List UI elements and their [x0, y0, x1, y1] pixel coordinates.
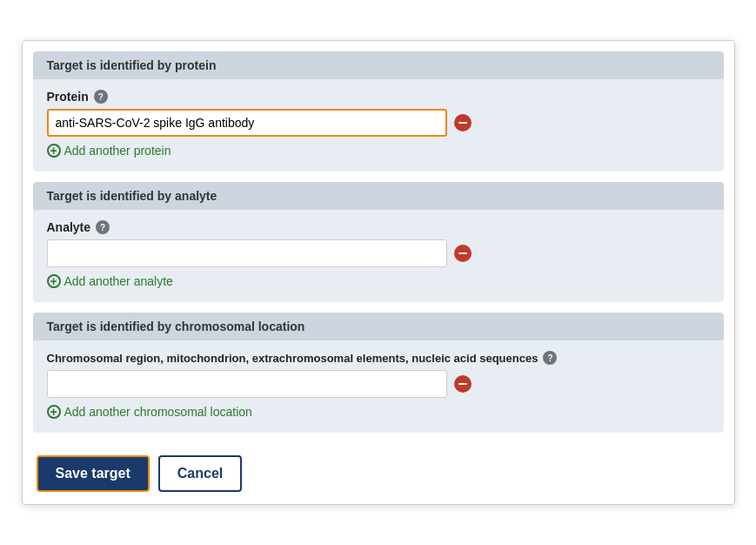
- chromosomal-label-text: Chromosomal region, mitochondrion, extra…: [47, 352, 539, 365]
- chromosomal-section-body: Chromosomal region, mitochondrion, extra…: [33, 340, 724, 433]
- protein-help-icon[interactable]: ?: [94, 90, 108, 104]
- cancel-button-label: Cancel: [177, 466, 223, 481]
- protein-section: Target is identified by protein Protein …: [33, 51, 724, 172]
- sections-wrapper: Target is identified by protein Protein …: [23, 41, 734, 443]
- protein-input[interactable]: [47, 109, 447, 137]
- chromosomal-help-icon[interactable]: ?: [543, 351, 557, 365]
- protein-section-header: Target is identified by protein: [33, 51, 724, 79]
- protein-label-text: Protein: [47, 90, 89, 104]
- add-analyte-icon: +: [47, 274, 61, 288]
- chromosomal-remove-button[interactable]: [454, 375, 472, 393]
- analyte-field-label: Analyte ?: [47, 220, 710, 234]
- analyte-input-row: [47, 239, 710, 267]
- analyte-section-header: Target is identified by analyte: [33, 182, 724, 210]
- analyte-header-text: Target is identified by analyte: [47, 189, 217, 203]
- chromosomal-header-text: Target is identified by chromosomal loca…: [47, 320, 305, 333]
- add-analyte-button[interactable]: + Add another analyte: [47, 274, 173, 288]
- analyte-help-icon[interactable]: ?: [96, 220, 110, 234]
- analyte-label-text: Analyte: [47, 220, 91, 234]
- save-target-button[interactable]: Save target: [37, 455, 150, 492]
- chromosomal-section: Target is identified by chromosomal loca…: [33, 313, 724, 433]
- chromosomal-input-row: [47, 370, 710, 398]
- protein-field-label: Protein ?: [47, 90, 710, 104]
- add-chromosomal-label: Add another chromosomal location: [64, 405, 252, 419]
- add-protein-button[interactable]: + Add another protein: [47, 144, 171, 158]
- chromosomal-field-label: Chromosomal region, mitochondrion, extra…: [47, 351, 710, 365]
- protein-header-text: Target is identified by protein: [47, 58, 217, 72]
- analyte-section: Target is identified by analyte Analyte …: [33, 182, 724, 302]
- add-chromosomal-icon: +: [47, 405, 61, 419]
- add-protein-icon: +: [47, 144, 61, 158]
- modal: Target is identified by protein Protein …: [22, 40, 735, 505]
- cancel-button[interactable]: Cancel: [158, 455, 242, 492]
- protein-remove-button[interactable]: [454, 114, 472, 131]
- analyte-remove-button[interactable]: [454, 245, 472, 262]
- save-button-label: Save target: [56, 466, 130, 481]
- modal-footer: Save target Cancel: [23, 443, 734, 504]
- analyte-section-body: Analyte ? + Add another analyte: [33, 210, 724, 302]
- protein-input-row: [47, 109, 710, 137]
- add-analyte-label: Add another analyte: [64, 274, 173, 288]
- chromosomal-input[interactable]: [47, 370, 447, 398]
- analyte-input[interactable]: [47, 239, 447, 267]
- add-chromosomal-button[interactable]: + Add another chromosomal location: [47, 405, 252, 419]
- chromosomal-section-header: Target is identified by chromosomal loca…: [33, 313, 724, 340]
- add-protein-label: Add another protein: [64, 144, 171, 158]
- protein-section-body: Protein ? + Add another protein: [33, 79, 724, 172]
